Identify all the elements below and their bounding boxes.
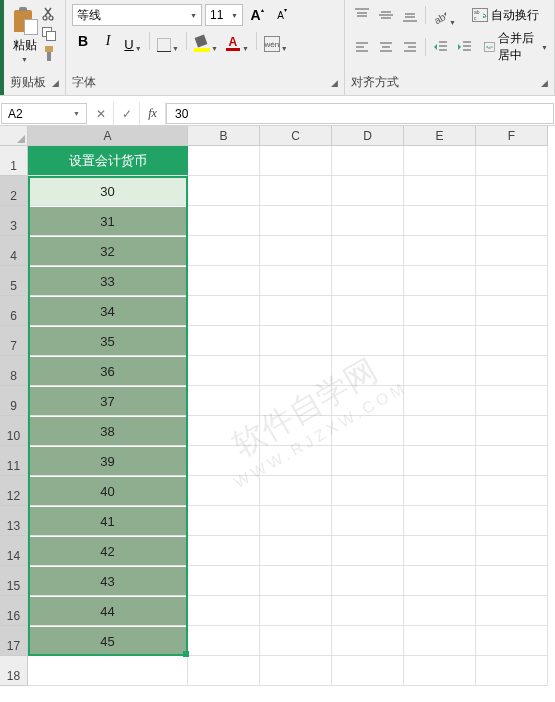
decrease-indent-button[interactable]: [430, 36, 452, 58]
cell[interactable]: 39: [28, 446, 188, 476]
cell[interactable]: [404, 566, 476, 596]
cell[interactable]: [476, 476, 548, 506]
cell[interactable]: [332, 326, 404, 356]
cell[interactable]: [404, 146, 476, 176]
row-header[interactable]: 16: [0, 596, 28, 626]
cell[interactable]: [188, 626, 260, 656]
cell[interactable]: [332, 416, 404, 446]
cell[interactable]: [260, 476, 332, 506]
cell[interactable]: 44: [28, 596, 188, 626]
cut-button[interactable]: [41, 6, 57, 22]
cell[interactable]: [332, 356, 404, 386]
cell[interactable]: [260, 176, 332, 206]
cell[interactable]: [404, 656, 476, 686]
cell[interactable]: [188, 296, 260, 326]
row-header[interactable]: 4: [0, 236, 28, 266]
row-header[interactable]: 1: [0, 146, 28, 176]
cell[interactable]: [188, 506, 260, 536]
cell[interactable]: 36: [28, 356, 188, 386]
align-right-button[interactable]: [399, 36, 421, 58]
cell[interactable]: 31: [28, 206, 188, 236]
increase-indent-button[interactable]: [454, 36, 476, 58]
cell[interactable]: [332, 296, 404, 326]
row-header[interactable]: 15: [0, 566, 28, 596]
alignment-dialog-launcher[interactable]: ◢: [541, 78, 548, 88]
cell[interactable]: [332, 536, 404, 566]
cell[interactable]: [404, 176, 476, 206]
select-all-button[interactable]: [0, 126, 28, 146]
cell[interactable]: [476, 596, 548, 626]
cell[interactable]: [404, 536, 476, 566]
cell[interactable]: [260, 506, 332, 536]
cell[interactable]: [188, 416, 260, 446]
cell[interactable]: 设置会计货币: [28, 146, 188, 176]
increase-font-button[interactable]: A▴: [246, 4, 268, 26]
cell[interactable]: 37: [28, 386, 188, 416]
borders-button[interactable]: ▼: [155, 30, 181, 52]
cell[interactable]: [404, 506, 476, 536]
cell[interactable]: [476, 386, 548, 416]
cell[interactable]: [404, 626, 476, 656]
cell[interactable]: [404, 476, 476, 506]
cell[interactable]: [260, 446, 332, 476]
cell[interactable]: [332, 176, 404, 206]
row-header[interactable]: 11: [0, 446, 28, 476]
cell[interactable]: [188, 236, 260, 266]
cell[interactable]: [404, 416, 476, 446]
cell[interactable]: [404, 206, 476, 236]
cell[interactable]: [260, 626, 332, 656]
cell[interactable]: [332, 626, 404, 656]
cell[interactable]: [476, 326, 548, 356]
cell[interactable]: [188, 566, 260, 596]
cell[interactable]: [260, 326, 332, 356]
row-header[interactable]: 7: [0, 326, 28, 356]
cell[interactable]: [476, 566, 548, 596]
cell[interactable]: [476, 416, 548, 446]
font-dialog-launcher[interactable]: ◢: [331, 78, 338, 88]
cell[interactable]: [260, 236, 332, 266]
cell[interactable]: [476, 176, 548, 206]
name-box[interactable]: A2 ▼: [1, 103, 87, 124]
cell[interactable]: [404, 356, 476, 386]
column-header-E[interactable]: E: [404, 126, 476, 146]
cell[interactable]: 40: [28, 476, 188, 506]
cell[interactable]: 38: [28, 416, 188, 446]
cell[interactable]: [476, 446, 548, 476]
insert-function-button[interactable]: fx: [140, 102, 166, 125]
font-size-combo[interactable]: 11 ▼: [205, 4, 243, 26]
bold-button[interactable]: B: [72, 30, 94, 52]
cell[interactable]: [332, 236, 404, 266]
cell[interactable]: [332, 596, 404, 626]
row-header[interactable]: 18: [0, 656, 28, 686]
cell[interactable]: 42: [28, 536, 188, 566]
cell[interactable]: [188, 446, 260, 476]
cell[interactable]: [476, 626, 548, 656]
cell[interactable]: [260, 356, 332, 386]
row-header[interactable]: 17: [0, 626, 28, 656]
cell[interactable]: 34: [28, 296, 188, 326]
cell[interactable]: 45: [28, 626, 188, 656]
align-bottom-button[interactable]: [399, 4, 421, 26]
row-header[interactable]: 10: [0, 416, 28, 446]
cell[interactable]: [332, 656, 404, 686]
cell[interactable]: [260, 266, 332, 296]
cell[interactable]: [404, 266, 476, 296]
cell[interactable]: [188, 476, 260, 506]
cell[interactable]: 33: [28, 266, 188, 296]
font-color-button[interactable]: A ▼: [223, 30, 251, 52]
formula-cancel-button[interactable]: ✕: [88, 102, 114, 125]
italic-button[interactable]: I: [97, 30, 119, 52]
cell[interactable]: [188, 266, 260, 296]
cell[interactable]: [404, 296, 476, 326]
cell[interactable]: 43: [28, 566, 188, 596]
cell[interactable]: 32: [28, 236, 188, 266]
cell[interactable]: [404, 446, 476, 476]
cell[interactable]: [260, 536, 332, 566]
row-header[interactable]: 6: [0, 296, 28, 326]
row-header[interactable]: 14: [0, 536, 28, 566]
cell[interactable]: [260, 296, 332, 326]
cell[interactable]: [476, 506, 548, 536]
column-header-A[interactable]: A: [28, 126, 188, 146]
cell[interactable]: [476, 356, 548, 386]
row-header[interactable]: 12: [0, 476, 28, 506]
